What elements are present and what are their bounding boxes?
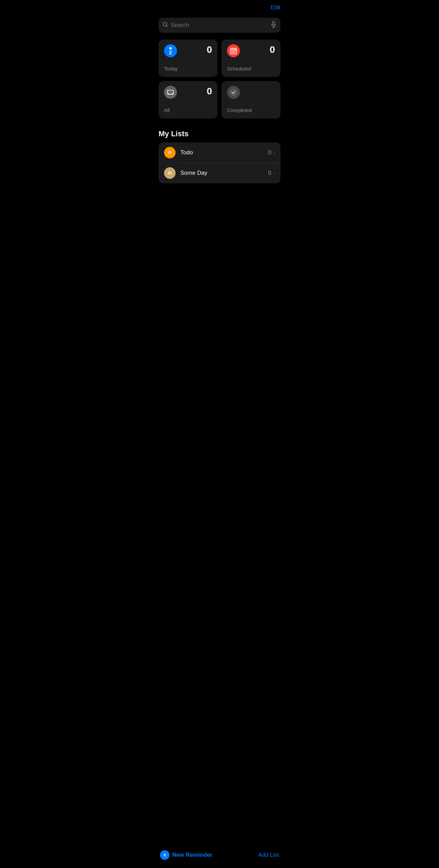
svg-line-1 [166,26,168,27]
todo-icon [164,147,176,158]
svg-rect-9 [231,51,232,51]
someday-chevron-icon: › [273,170,275,176]
search-icon [163,22,168,29]
edit-button[interactable]: Edit [271,3,280,12]
all-card[interactable]: 0 All [159,81,217,119]
svg-point-15 [231,90,236,95]
completed-icon [227,86,240,99]
search-input[interactable] [171,22,268,29]
svg-rect-11 [234,51,235,51]
list-item-todo[interactable]: Todo 0 › [159,142,280,163]
someday-icon [164,167,176,179]
all-card-top: 0 [164,86,212,99]
status-bar: Edit [153,0,286,15]
all-label: All [164,107,212,113]
completed-card[interactable]: Completed [222,81,280,119]
today-card-top: ▦ 2 0 [164,44,212,57]
svg-rect-2 [273,21,275,25]
scheduled-card[interactable]: 0 Scheduled [222,40,280,77]
todo-count: 0 [268,149,271,156]
svg-rect-14 [167,90,174,94]
my-lists-section: My Lists Todo 0 › [153,129,286,183]
someday-name: Some Day [180,170,268,176]
svg-rect-12 [231,52,232,53]
todo-chevron-icon: › [273,150,275,155]
my-lists-title: My Lists [159,129,280,138]
completed-card-top [227,86,275,99]
mic-icon[interactable] [271,21,276,29]
smart-cards-grid: ▦ 2 0 Today [153,40,286,119]
search-bar[interactable] [159,18,280,33]
all-icon [164,86,177,99]
today-card[interactable]: ▦ 2 0 Today [159,40,217,77]
scheduled-card-top: 0 [227,44,275,57]
scheduled-count: 0 [270,44,275,55]
someday-count: 0 [268,170,271,176]
scheduled-label: Scheduled [227,66,275,72]
completed-label: Completed [227,107,275,113]
scheduled-icon [227,44,240,57]
lists-container: Todo 0 › Some Day 0 › [159,142,280,183]
svg-rect-13 [233,52,234,53]
all-count: 0 [207,86,212,97]
todo-name: Todo [180,149,268,156]
svg-rect-10 [233,51,234,51]
today-icon: ▦ 2 [164,44,177,57]
list-item-someday[interactable]: Some Day 0 › [159,163,280,183]
today-count: 0 [207,44,212,55]
today-label: Today [164,66,212,72]
